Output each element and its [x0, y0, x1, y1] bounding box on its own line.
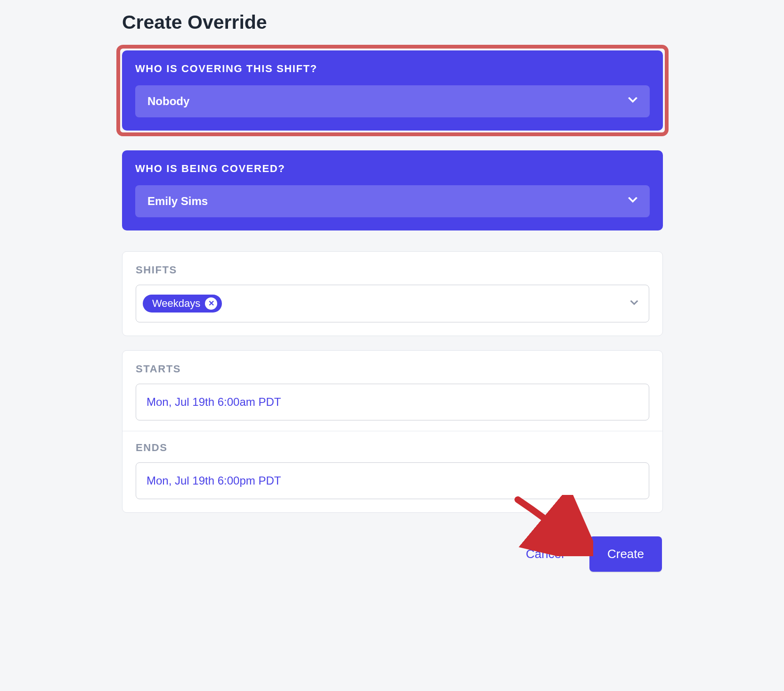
chevron-down-icon: [630, 299, 638, 308]
covering-label: WHO IS COVERING THIS SHIFT?: [135, 63, 650, 75]
covering-select-value: Nobody: [147, 95, 189, 108]
covered-select-value: Emily Sims: [147, 195, 208, 208]
remove-chip-icon[interactable]: ✕: [205, 297, 217, 310]
divider: [122, 431, 662, 431]
covered-select[interactable]: Emily Sims: [135, 185, 650, 217]
actions-row: Cancel Create: [122, 513, 663, 572]
shifts-select[interactable]: Weekdays ✕: [136, 285, 649, 322]
covering-select[interactable]: Nobody: [135, 85, 650, 117]
covering-card: WHO IS COVERING THIS SHIFT? Nobody: [122, 50, 663, 131]
covered-card: WHO IS BEING COVERED? Emily Sims: [122, 150, 663, 230]
starts-value: Mon, Jul 19th 6:00am PDT: [147, 395, 281, 409]
time-range-card: STARTS Mon, Jul 19th 6:00am PDT ENDS Mon…: [122, 350, 663, 513]
create-button[interactable]: Create: [589, 536, 662, 572]
shift-chip-label: Weekdays: [152, 297, 200, 310]
shifts-card: SHIFTS Weekdays ✕: [122, 251, 663, 336]
chevron-down-icon: [628, 97, 637, 106]
ends-value: Mon, Jul 19th 6:00pm PDT: [147, 474, 281, 487]
page-title: Create Override: [122, 11, 663, 33]
highlight-covering-section: WHO IS COVERING THIS SHIFT? Nobody: [116, 45, 669, 136]
chevron-down-icon: [628, 197, 637, 206]
ends-input[interactable]: Mon, Jul 19th 6:00pm PDT: [136, 462, 649, 499]
shifts-label: SHIFTS: [136, 264, 649, 276]
covered-label: WHO IS BEING COVERED?: [135, 163, 650, 175]
starts-input[interactable]: Mon, Jul 19th 6:00am PDT: [136, 384, 649, 420]
shift-chip: Weekdays ✕: [143, 295, 222, 313]
starts-label: STARTS: [136, 363, 649, 375]
cancel-button[interactable]: Cancel: [524, 543, 566, 565]
ends-label: ENDS: [136, 442, 649, 454]
